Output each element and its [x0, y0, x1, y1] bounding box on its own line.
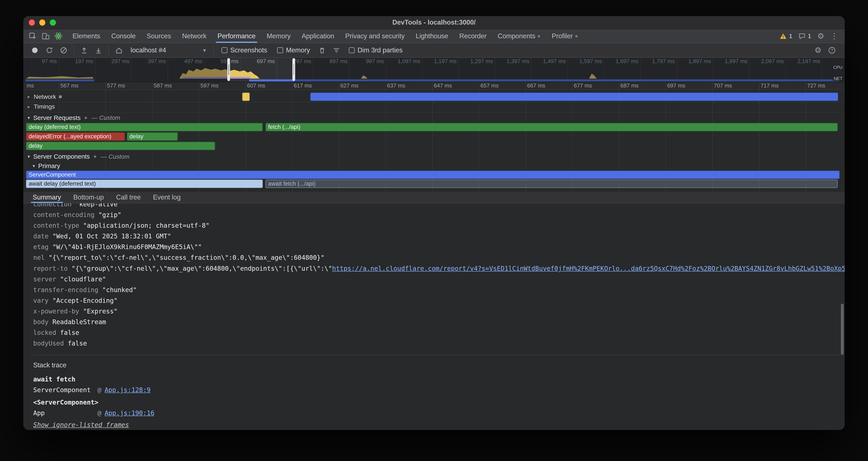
- device-toolbar-icon[interactable]: [39, 29, 52, 43]
- react-devtools-icon[interactable]: [52, 29, 65, 43]
- tab-label: Memory: [267, 32, 290, 40]
- perf-event-bar[interactable]: delay (deferred text): [26, 123, 263, 131]
- perf-event-bar[interactable]: fetch (.../api): [266, 123, 838, 131]
- selection-handle-right[interactable]: [292, 58, 295, 81]
- inspect-icon[interactable]: [27, 29, 39, 43]
- history-dropdown[interactable]: localhost #4 ▾: [126, 45, 210, 56]
- perf-event-bar[interactable]: ServerComponent: [26, 171, 840, 179]
- tab-lighthouse[interactable]: Lighthouse: [410, 29, 454, 43]
- ruler-tick-label: 597 ms: [200, 83, 218, 89]
- header-value: "{\"group\":\"cf-nel\",\"max_age\":60480…: [71, 265, 332, 272]
- track-config-icon[interactable]: [59, 95, 62, 98]
- perf-event-bar[interactable]: await fetch (.../api): [266, 180, 838, 188]
- tab-application[interactable]: Application: [296, 29, 340, 43]
- svg-text:?: ?: [831, 48, 833, 53]
- collect-garbage-button[interactable]: [315, 45, 329, 56]
- header-key: content-encoding: [33, 211, 94, 219]
- tab-sources[interactable]: Sources: [141, 29, 177, 43]
- checkbox-box: [277, 47, 283, 54]
- record-and-reload-button[interactable]: [42, 45, 56, 56]
- tab-profiler[interactable]: Profiler∗: [546, 29, 584, 43]
- stack-frame-at: @: [97, 408, 101, 419]
- perf-event-bar[interactable]: delay: [26, 142, 215, 150]
- header-value: "chunked": [102, 286, 137, 294]
- memory-label: Memory: [286, 47, 310, 54]
- tab-recorder[interactable]: Recorder: [454, 29, 492, 43]
- stack-trace-section: Stack trace await fetchServerComponent@A…: [33, 355, 845, 429]
- summary-row: bodyReadableStream: [33, 317, 845, 327]
- minimize-button[interactable]: [39, 20, 45, 26]
- details-tab-bottom-up[interactable]: Bottom-up: [67, 192, 110, 203]
- tab-elements[interactable]: Elements: [67, 29, 106, 43]
- details-tab-event-log[interactable]: Event log: [147, 192, 187, 203]
- report-to-url-link[interactable]: https://a.nel.cloudflare.com/report/v4?s…: [332, 265, 845, 272]
- save-profile-button[interactable]: [91, 45, 106, 56]
- tab-privacy-and-security[interactable]: Privacy and security: [340, 29, 410, 43]
- header-key: nel: [33, 254, 44, 261]
- details-tab-summary[interactable]: Summary: [27, 192, 67, 203]
- track-server-components-header[interactable]: ▾ Server Components ∗ — Custom: [27, 152, 129, 161]
- console-messages-badge[interactable]: 1: [798, 32, 811, 40]
- tab-performance[interactable]: Performance: [212, 29, 261, 43]
- details-tab-label: Event log: [153, 194, 181, 201]
- tab-network[interactable]: Network: [177, 29, 212, 43]
- track-server-requests-header[interactable]: ▾ Server Requests ∗ — Custom: [27, 114, 120, 122]
- stack-group-title: await fetch: [33, 374, 845, 385]
- ruler-tick-label: 657 ms: [480, 83, 498, 89]
- toolbar-separator: [213, 46, 214, 55]
- show-ignore-listed-link[interactable]: Show ignore-listed frames: [33, 421, 129, 429]
- selection-handle-left[interactable]: [227, 58, 230, 81]
- stack-frame-at: @: [97, 385, 101, 395]
- tab-console[interactable]: Console: [106, 29, 141, 43]
- live-metrics-home-button[interactable]: [112, 45, 126, 56]
- more-options-icon[interactable]: ⋮: [830, 32, 838, 40]
- perf-event-bar[interactable]: delay: [127, 132, 178, 141]
- summary-row: date"Wed, 01 Oct 2025 18:32:01 GMT": [33, 231, 845, 241]
- ruler-gridline: [245, 82, 246, 89]
- header-value: "gzip": [98, 211, 122, 219]
- disclosure-triangle-icon[interactable]: ▾: [27, 115, 31, 120]
- ruler-gridline: [619, 82, 619, 89]
- performance-settings-gear-icon[interactable]: ⚙: [815, 47, 822, 54]
- settings-gear-icon[interactable]: ⚙: [817, 32, 825, 40]
- traffic-lights: [29, 16, 56, 29]
- tracks-area: ▸ Network ▸ Timings ▾ Server Requests ∗ …: [23, 90, 845, 192]
- details-scrollbar-thumb[interactable]: [841, 304, 844, 354]
- perf-event-bar[interactable]: delayedError (...ayed exception): [26, 132, 125, 141]
- overview-strip[interactable]: CPU NET 97 ms197 ms297 ms397 ms497 ms597…: [23, 58, 845, 82]
- perfbar-right-controls: ⚙ ?: [815, 47, 840, 54]
- details-scroll-area[interactable]: connection"keep-alive"content-encoding"g…: [23, 203, 845, 430]
- disclosure-triangle-icon[interactable]: ▾: [27, 154, 31, 159]
- details-tab-call-tree[interactable]: Call tree: [110, 192, 147, 203]
- disclosure-triangle-icon[interactable]: ▾: [32, 163, 36, 169]
- summary-row: vary"Accept-Encoding": [33, 295, 845, 306]
- help-icon[interactable]: ?: [828, 47, 836, 54]
- capture-settings-icon[interactable]: [329, 45, 344, 56]
- tab-memory[interactable]: Memory: [261, 29, 296, 43]
- record-button[interactable]: [28, 45, 42, 56]
- primary-group-header[interactable]: ▾ Primary: [32, 162, 60, 170]
- track-timings-header[interactable]: ▸ Timings: [27, 103, 55, 111]
- ruler-gridline: [105, 82, 106, 89]
- window-title: DevTools - localhost:3000/: [392, 19, 476, 26]
- perf-event-bar[interactable]: await delay (deferred text): [26, 180, 263, 188]
- zoom-button[interactable]: [50, 20, 56, 26]
- perf-event-bar[interactable]: [242, 93, 250, 101]
- screenshots-checkbox[interactable]: Screenshots: [221, 47, 267, 54]
- memory-checkbox[interactable]: Memory: [277, 47, 310, 54]
- network-track-lane: [23, 93, 845, 101]
- load-profile-button[interactable]: [77, 45, 91, 56]
- stack-frame-location-link[interactable]: App.js:190:16: [105, 408, 154, 419]
- track-network-header[interactable]: ▸ Network: [27, 93, 62, 101]
- warnings-badge[interactable]: 1: [780, 32, 793, 39]
- close-button[interactable]: [29, 20, 35, 26]
- overview-dim-left: [23, 58, 229, 82]
- perf-event-bar[interactable]: [310, 93, 838, 101]
- clear-button[interactable]: [56, 45, 71, 56]
- disclosure-triangle-icon[interactable]: ▸: [27, 104, 31, 109]
- stack-frame-location-link[interactable]: App.js:128:9: [105, 385, 151, 395]
- window-titlebar[interactable]: DevTools - localhost:3000/: [23, 16, 845, 29]
- tab-components[interactable]: Components∗: [492, 29, 546, 43]
- disclosure-triangle-icon[interactable]: ▸: [27, 94, 31, 99]
- dim-3rd-parties-checkbox[interactable]: Dim 3rd parties: [349, 47, 403, 54]
